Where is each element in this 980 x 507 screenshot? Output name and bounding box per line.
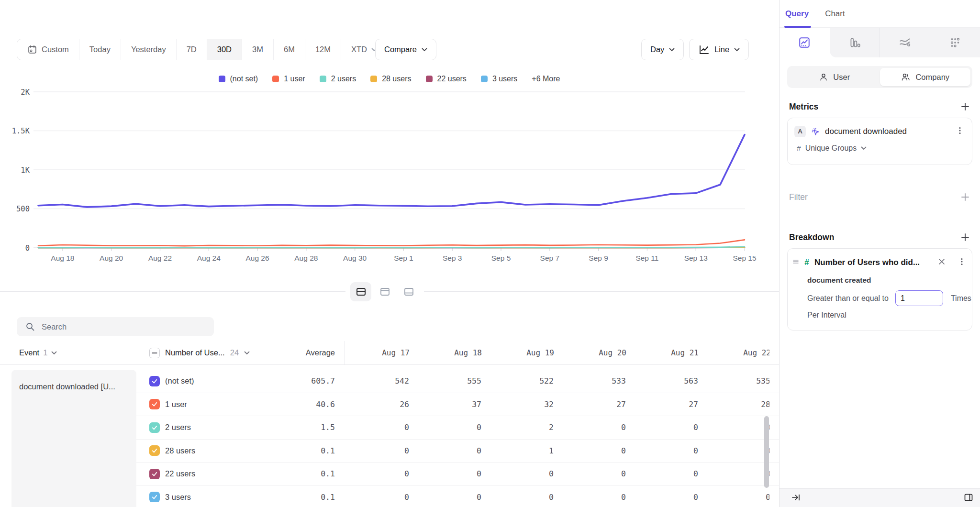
check-icon [151,378,158,385]
metric-menu-button[interactable] [955,125,965,137]
series-checkbox[interactable] [149,469,160,479]
value-cell: 0 [345,493,417,502]
series-checkbox[interactable] [149,445,160,456]
svg-text:1K: 1K [21,166,30,175]
date-column-header[interactable]: Aug 19 [490,348,562,357]
breakdown-card-title: Number of Users who did... [814,258,934,267]
table-scrollbar[interactable] [764,416,769,488]
chart-type-scatter[interactable] [930,28,980,57]
value-cell: 0 [561,493,634,502]
average-column-header[interactable]: Average [256,348,345,357]
check-icon [151,401,158,408]
series-checkbox[interactable] [149,376,160,386]
series-cell: 1 user [136,399,256,409]
table-row[interactable]: 3 users0.1000000 [136,486,779,507]
value-cell: 555 [417,376,489,386]
series-column-header[interactable]: Number of Use... 24 [136,348,256,358]
search-input[interactable] [17,317,214,336]
date-column-header[interactable]: Aug 18 [417,348,490,357]
range-30d[interactable]: 30D [207,39,242,60]
chart-type-line[interactable] [780,28,830,57]
svg-text:Aug 26: Aug 26 [245,254,269,262]
metric-card[interactable]: A document downloaded # Unique Groups [787,118,972,165]
close-icon[interactable] [937,257,947,268]
interval-dropdown[interactable]: Day [641,39,684,60]
table-row[interactable]: 2 users1.5002000 [136,416,779,440]
date-values: 542555522533563535 [345,376,769,386]
entity-user[interactable]: User [789,68,880,86]
query-panel: Query Chart User [779,0,980,507]
tab-query[interactable]: Query [785,9,809,19]
breakdown-table: Event 1 Number of Use... 24 Average Aug … [0,292,779,507]
chart-type-stream[interactable] [880,28,930,57]
event-row[interactable]: document downloaded [U... [11,370,136,507]
value-cell: 0 [634,469,706,478]
split-view-icon[interactable] [963,492,974,505]
chart-type-bar[interactable] [830,28,880,57]
drag-handle-icon[interactable] [792,258,799,267]
series-checkbox[interactable] [149,399,160,409]
value-cell: 0 [561,446,634,455]
collapse-panel-icon[interactable] [790,492,802,505]
add-metric-button[interactable] [960,101,970,112]
series-cell: 2 users [136,422,256,433]
series-label: 22 users [165,469,195,478]
select-all-checkbox[interactable] [149,348,160,358]
entity-company[interactable]: Company [880,68,971,86]
range-today[interactable]: Today [79,39,121,60]
svg-text:Sep 7: Sep 7 [540,254,560,262]
range-yesterday[interactable]: Yesterday [121,39,177,60]
breakdown-section-header: Breakdown [787,232,972,242]
value-cell: 542 [345,376,417,386]
calendar-icon [27,44,37,55]
svg-text:0: 0 [25,244,30,253]
times-value-input[interactable] [895,290,943,306]
range-6m[interactable]: 6M [274,39,305,60]
panel-tabs: Query Chart [780,0,980,28]
table-row[interactable]: 22 users0.1000000 [136,463,779,486]
compare-button[interactable]: Compare [375,39,436,60]
analytics-app: CustomTodayYesterday7D30D3M6M12MXTD Comp… [0,0,980,507]
kebab-icon [958,257,966,266]
bar-chart-icon [848,36,861,49]
svg-text:Sep 13: Sep 13 [684,254,708,262]
chart-type-selector [780,28,980,57]
breakdown-condition-row: Greater than or equal to Times [788,285,972,306]
add-filter-button[interactable] [960,192,970,202]
chart-type-dropdown[interactable]: Line [689,39,749,60]
add-breakdown-button[interactable] [960,232,970,242]
range-12m[interactable]: 12M [305,39,341,60]
user-icon [819,72,828,82]
range-custom[interactable]: Custom [17,39,79,60]
svg-text:Aug 22: Aug 22 [148,254,172,262]
range-7d[interactable]: 7D [177,39,207,60]
tab-chart[interactable]: Chart [825,9,845,19]
table-row[interactable]: (not set)605.7542555522533563535 [136,370,779,393]
svg-text:Sep 15: Sep 15 [733,254,756,262]
breakdown-menu-button[interactable] [957,256,967,268]
series-cell: 22 users [136,469,256,479]
series-checkbox[interactable] [149,422,160,433]
line-chart-icon [798,36,811,49]
per-interval-label[interactable]: Per Interval [788,306,972,320]
chevron-down-icon [422,48,427,52]
date-column-header[interactable]: Aug 20 [562,348,634,357]
value-cell: 535 [706,376,769,386]
range-3m[interactable]: 3M [242,39,274,60]
condition-label[interactable]: Greater than or equal to [807,294,889,303]
date-column-header[interactable]: Aug 17 [345,348,417,357]
date-column-header[interactable]: Aug 22 [706,348,769,357]
table-row[interactable]: 1 user40.6263732272728 [136,393,779,417]
series-checkbox[interactable] [149,492,160,502]
value-cell: 37 [417,400,489,409]
table-row[interactable]: 28 users0.1001000 [136,440,779,463]
event-column-header[interactable]: Event 1 [0,348,136,357]
value-cell: 0 [489,469,561,478]
date-column-header[interactable]: Aug 21 [634,348,706,357]
date-values: 002000 [345,423,769,432]
breakdown-event-name[interactable]: document created [788,268,972,285]
search-icon [25,322,35,331]
kebab-icon [956,126,964,135]
chart-toolbar: CustomTodayYesterday7D30D3M6M12MXTD Comp… [0,0,779,67]
measure-dropdown[interactable]: # Unique Groups [788,137,972,153]
